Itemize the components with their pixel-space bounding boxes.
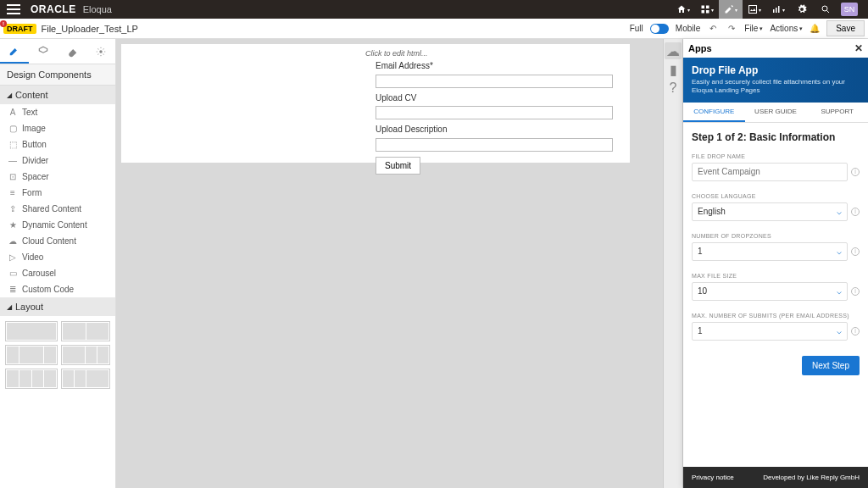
alert-dot: ! (0, 20, 7, 27)
svg-rect-4 (749, 6, 757, 14)
item-spacer[interactable]: ⊡Spacer (0, 169, 115, 185)
cv-input[interactable] (376, 106, 613, 119)
full-label: Full (630, 24, 643, 33)
info-icon[interactable]: i (851, 287, 860, 296)
layout-3col-b[interactable] (61, 345, 110, 365)
tab-settings[interactable] (86, 39, 115, 64)
app-footer: Privacy notice Developed by Like Reply G… (683, 467, 868, 488)
image-icon[interactable]: ▾ (743, 0, 766, 19)
chevron-down-icon: ⌵ (837, 286, 842, 296)
image-item-icon: ▢ (8, 124, 17, 133)
chart-icon[interactable]: ▾ (766, 0, 790, 19)
file-menu[interactable]: File ▾ (744, 24, 763, 33)
cloud-icon: ☁ (8, 236, 17, 246)
tab-styles[interactable] (58, 39, 86, 64)
rail-cloud-icon[interactable]: ☁ (665, 42, 682, 59)
svg-rect-0 (702, 6, 705, 9)
info-icon[interactable]: i (851, 327, 860, 336)
tab-support[interactable]: SUPPORT (806, 103, 868, 122)
toolbar: !DRAFT File_Uploader_Test_LP Full Mobile… (0, 19, 868, 39)
grid-icon[interactable]: ▾ (695, 0, 719, 19)
name-input[interactable] (692, 163, 848, 181)
brand-logo: ORACLE (31, 3, 76, 15)
gear-icon[interactable] (790, 0, 814, 19)
next-step-button[interactable]: Next Step (802, 356, 860, 375)
bell-icon[interactable]: 🔔 (810, 24, 820, 33)
item-button[interactable]: ⬚Button (0, 136, 115, 152)
info-icon[interactable]: i (851, 247, 860, 256)
right-rail: ☁ ▮ ? (663, 39, 683, 488)
app-banner-sub: Easily and securely collect file attachm… (692, 78, 860, 96)
form-icon: ≡ (8, 188, 17, 197)
layout-2col[interactable] (61, 321, 110, 341)
left-sidebar: Design Components ◢Content AText ▢Image … (0, 39, 116, 488)
desc-input[interactable] (376, 138, 613, 152)
rail-chart-icon[interactable]: ▮ (665, 61, 682, 78)
canvas-content[interactable]: Click to edit html... Email Address* Upl… (121, 44, 630, 163)
save-button[interactable]: Save (826, 20, 865, 36)
svg-rect-1 (706, 6, 709, 9)
apps-panel: Apps ✕ Drop File App Easily and securely… (683, 39, 868, 488)
apps-title: Apps (688, 43, 712, 53)
chevron-down-icon: ⌵ (837, 247, 842, 256)
name-label: FILE DROP NAME (692, 153, 860, 159)
item-dynamic[interactable]: ★Dynamic Content (0, 217, 115, 233)
layout-section-header[interactable]: ◢Layout (0, 297, 115, 316)
brand: ORACLE Eloqua (31, 3, 112, 15)
info-icon[interactable]: i (851, 208, 860, 216)
developer-credit: Developed by Like Reply GmbH (763, 474, 860, 481)
zones-label: NUMBER OF DROPZONES (692, 233, 860, 239)
device-toggle[interactable] (650, 24, 669, 34)
layout-3col-a[interactable] (5, 345, 58, 365)
item-form[interactable]: ≡Form (0, 185, 115, 201)
lang-select[interactable]: English⌵ (692, 202, 848, 221)
item-custom[interactable]: ≣Custom Code (0, 281, 115, 297)
edit-hint[interactable]: Click to edit html... (121, 44, 630, 61)
max-select[interactable]: 10⌵ (692, 282, 848, 301)
svg-point-9 (99, 50, 103, 53)
rail-help-icon[interactable]: ? (665, 80, 682, 97)
home-icon[interactable]: ▾ (671, 0, 695, 19)
sidebar-title: Design Components (0, 64, 115, 86)
canvas-area[interactable]: Click to edit html... Email Address* Upl… (116, 39, 663, 488)
app-banner-title: Drop File App (692, 64, 860, 76)
search-icon[interactable] (814, 0, 837, 19)
item-carousel[interactable]: ▭Carousel (0, 265, 115, 281)
layout-1col[interactable] (5, 321, 58, 341)
content-section-header[interactable]: ◢Content (0, 86, 115, 104)
tab-components[interactable] (0, 39, 29, 64)
topnav-icons: ▾ ▾ ▾ ▾ ▾ SN (671, 0, 861, 19)
user-avatar[interactable]: SN (837, 0, 861, 19)
submits-select[interactable]: 1⌵ (692, 322, 848, 341)
privacy-link[interactable]: Privacy notice (692, 474, 734, 481)
top-nav: ORACLE Eloqua ▾ ▾ ▾ ▾ ▾ SN (0, 0, 868, 19)
item-shared[interactable]: ⇪Shared Content (0, 201, 115, 217)
layout-3col-c[interactable] (61, 369, 110, 389)
close-icon[interactable]: ✕ (854, 42, 863, 54)
redo-icon[interactable]: ↷ (726, 23, 737, 35)
item-video[interactable]: ▷Video (0, 249, 115, 265)
zones-select[interactable]: 1⌵ (692, 242, 848, 261)
draft-badge: !DRAFT (3, 24, 36, 34)
svg-rect-7 (778, 6, 780, 13)
mobile-label: Mobile (676, 24, 700, 33)
edit-icon[interactable]: ▾ (719, 0, 743, 19)
submit-button[interactable]: Submit (376, 157, 420, 175)
item-divider[interactable]: —Divider (0, 152, 115, 169)
item-image[interactable]: ▢Image (0, 120, 115, 136)
item-cloud[interactable]: ☁Cloud Content (0, 233, 115, 249)
actions-menu[interactable]: Actions ▾ (770, 24, 803, 33)
desc-label: Upload Description (376, 125, 621, 134)
tab-configure[interactable]: CONFIGURE (683, 103, 745, 122)
tab-blocks[interactable] (29, 39, 58, 64)
tab-guide[interactable]: USER GUIDE (745, 103, 807, 122)
brand-product: Eloqua (83, 4, 112, 14)
menu-icon[interactable] (7, 4, 20, 14)
svg-point-8 (822, 6, 827, 11)
info-icon[interactable]: i (851, 168, 860, 176)
layout-4col[interactable] (5, 369, 58, 389)
layout-grid (0, 316, 115, 394)
email-input[interactable] (376, 75, 613, 88)
item-text[interactable]: AText (0, 104, 115, 120)
undo-icon[interactable]: ↶ (707, 23, 719, 35)
